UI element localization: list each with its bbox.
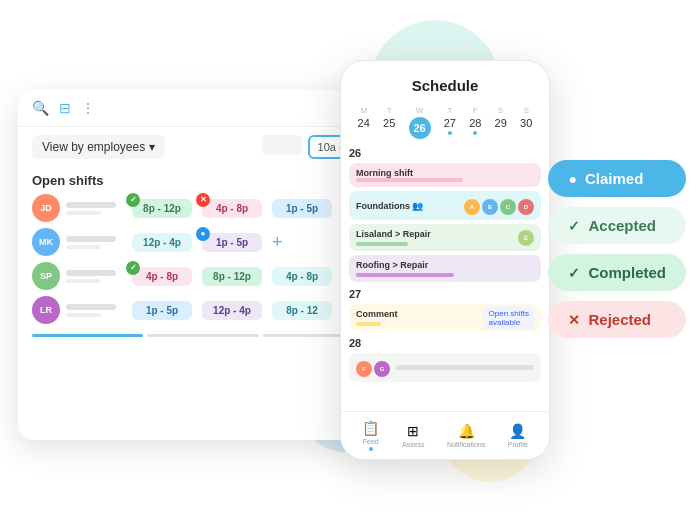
shift-cell[interactable]: ✓ 4p - 8p bbox=[132, 267, 192, 286]
schedule-content: 26 Morning shift Foundations 👥 A B C D bbox=[341, 143, 549, 443]
date-item[interactable]: S 29 bbox=[495, 106, 507, 139]
nav-item-profile[interactable]: 👤 Profile bbox=[508, 423, 528, 448]
filter-icon[interactable]: ⊟ bbox=[59, 100, 71, 116]
rejected-badge[interactable]: ✕ Rejected bbox=[548, 301, 686, 338]
profile-icon: 👤 bbox=[509, 423, 526, 439]
employee-info bbox=[66, 270, 126, 283]
nav-label: Notifications bbox=[447, 441, 485, 448]
add-shift-button[interactable]: + bbox=[272, 232, 283, 253]
nav-label: Feed bbox=[363, 438, 379, 445]
shift-cell[interactable]: 12p - 4p bbox=[202, 301, 262, 320]
view-by-label: View by employees bbox=[42, 140, 145, 154]
check-badge: ✓ bbox=[126, 261, 140, 275]
mobile-nav: 📋 Feed ⊞ Assess 🔔 Notifications 👤 Profil… bbox=[341, 411, 549, 459]
employee-info bbox=[66, 236, 126, 249]
claimed-icon: ● bbox=[568, 171, 576, 187]
date-item[interactable]: F 28 bbox=[469, 106, 481, 139]
shift-cell[interactable]: 4p - 8p bbox=[272, 267, 332, 286]
x-badge: ✕ bbox=[196, 193, 210, 207]
employee-info bbox=[66, 304, 126, 317]
shift-cell[interactable]: 1p - 5p bbox=[132, 301, 192, 320]
claimed-badge[interactable]: ● Claimed bbox=[548, 160, 686, 197]
avatar: MK bbox=[32, 228, 60, 256]
view-by-button[interactable]: View by employees ▾ bbox=[32, 135, 165, 159]
shift-block[interactable]: Foundations 👥 A B C D bbox=[349, 191, 541, 220]
date-item[interactable]: T 25 bbox=[383, 106, 395, 139]
nav-label: Profile bbox=[508, 441, 528, 448]
progress-segment bbox=[32, 334, 143, 337]
accepted-label: Accepted bbox=[588, 217, 656, 234]
header-bar-1 bbox=[262, 135, 302, 155]
rejected-icon: ✕ bbox=[568, 312, 580, 328]
day-section-26: 26 Morning shift Foundations 👥 A B C D bbox=[349, 147, 541, 282]
shift-block[interactable]: Comment Open shiftsavailable bbox=[349, 304, 541, 331]
shift-cell[interactable]: ● 1p - 5p bbox=[202, 233, 262, 252]
status-badges-panel: ● Claimed ✓ Accepted ✓ Completed ✕ Rejec… bbox=[548, 160, 686, 338]
dot-badge: ● bbox=[196, 227, 210, 241]
accepted-badge[interactable]: ✓ Accepted bbox=[548, 207, 686, 244]
avatar: SP bbox=[32, 262, 60, 290]
shift-cell[interactable]: 8p - 12p bbox=[202, 267, 262, 286]
completed-label: Completed bbox=[588, 264, 666, 281]
completed-icon: ✓ bbox=[568, 265, 580, 281]
shift-block[interactable]: F G bbox=[349, 353, 541, 382]
shift-block[interactable]: Roofing > Repair bbox=[349, 255, 541, 282]
shift-cell[interactable]: 12p - 4p bbox=[132, 233, 192, 252]
shift-cell[interactable]: ✓ 8p - 12p bbox=[132, 199, 192, 218]
feed-icon: 📋 bbox=[362, 420, 379, 436]
nav-label: Assess bbox=[402, 441, 425, 448]
shift-cell[interactable]: 8p - 12 bbox=[272, 301, 332, 320]
date-item[interactable]: S 30 bbox=[520, 106, 532, 139]
accepted-icon: ✓ bbox=[568, 218, 580, 234]
shift-cell[interactable]: ✕ 4p - 8p bbox=[202, 199, 262, 218]
nav-item-feed[interactable]: 📋 Feed bbox=[362, 420, 379, 451]
shift-cell[interactable]: 1p - 5p bbox=[272, 199, 332, 218]
assess-icon: ⊞ bbox=[407, 423, 419, 439]
date-item[interactable]: M 24 bbox=[358, 106, 370, 139]
day-section-28: 28 F G bbox=[349, 337, 541, 382]
date-strip: M 24 T 25 W 26 T 27 F 28 S 29 S 30 bbox=[341, 102, 549, 143]
desktop-app-card: 🔍 ⊟ ⋮ View by employees ▾ 10a - 12a Open… bbox=[18, 90, 388, 440]
table-row: SP ✓ 4p - 8p 8p - 12p 4p - 8p bbox=[32, 262, 374, 290]
more-icon[interactable]: ⋮ bbox=[81, 100, 95, 116]
day-section-27: 27 Comment Open shiftsavailable bbox=[349, 288, 541, 331]
schedule-grid: JD ✓ 8p - 12p ✕ 4p - 8p 1p - 5p MK bbox=[18, 194, 388, 324]
avatar: LR bbox=[32, 296, 60, 324]
notifications-icon: 🔔 bbox=[458, 423, 475, 439]
mobile-app-card: Schedule M 24 T 25 W 26 T 27 F 28 S 29 bbox=[340, 60, 550, 460]
check-badge: ✓ bbox=[126, 193, 140, 207]
completed-badge[interactable]: ✓ Completed bbox=[548, 254, 686, 291]
nav-item-notifications[interactable]: 🔔 Notifications bbox=[447, 423, 485, 448]
date-item[interactable]: T 27 bbox=[444, 106, 456, 139]
nav-item-assess[interactable]: ⊞ Assess bbox=[402, 423, 425, 448]
table-row: MK 12p - 4p ● 1p - 5p + bbox=[32, 228, 374, 256]
desktop-toolbar: 🔍 ⊟ ⋮ bbox=[18, 90, 388, 127]
table-row: JD ✓ 8p - 12p ✕ 4p - 8p 1p - 5p bbox=[32, 194, 374, 222]
shift-block[interactable]: Lisaland > Repair E bbox=[349, 224, 541, 251]
claimed-label: Claimed bbox=[585, 170, 643, 187]
open-shifts-badge: Open shiftsavailable bbox=[483, 306, 535, 330]
shift-avatars: F G bbox=[356, 361, 390, 377]
employee-info bbox=[66, 202, 126, 215]
progress-bar-row bbox=[18, 332, 388, 339]
date-item-active[interactable]: W 26 bbox=[409, 106, 431, 139]
chevron-down-icon: ▾ bbox=[149, 140, 155, 154]
rejected-label: Rejected bbox=[588, 311, 651, 328]
table-row: LR 1p - 5p 12p - 4p 8p - 12 bbox=[32, 296, 374, 324]
open-shifts-label: Open shifts bbox=[18, 167, 388, 194]
desktop-header: View by employees ▾ 10a - 12a bbox=[18, 127, 388, 167]
search-icon[interactable]: 🔍 bbox=[32, 100, 49, 116]
shift-block[interactable]: Morning shift bbox=[349, 163, 541, 187]
avatar: JD bbox=[32, 194, 60, 222]
progress-segment bbox=[147, 334, 258, 337]
shift-avatars: A B C D bbox=[464, 199, 534, 215]
mobile-title: Schedule bbox=[341, 61, 549, 102]
